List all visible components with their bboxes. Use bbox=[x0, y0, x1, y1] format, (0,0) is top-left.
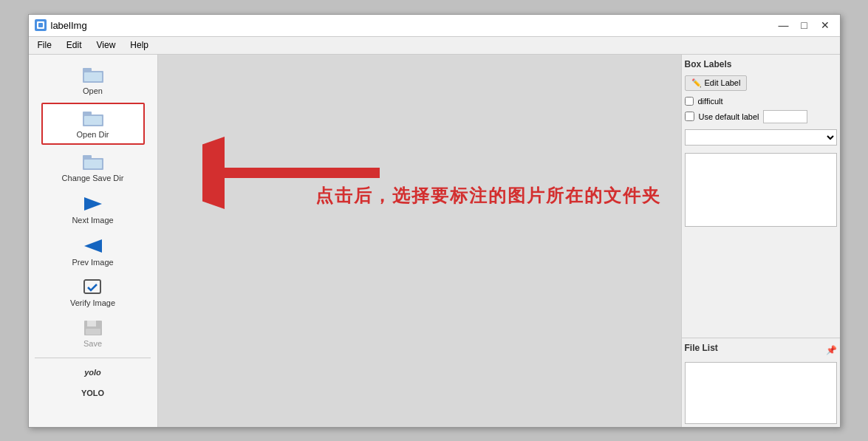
sidebar-divider bbox=[35, 358, 151, 358]
use-default-label-input[interactable] bbox=[763, 110, 807, 123]
difficult-label: difficult bbox=[698, 97, 723, 106]
window-title: labelImg bbox=[51, 20, 87, 31]
box-labels-section: Box Labels ✏️ Edit Label difficult Use d… bbox=[682, 55, 840, 338]
close-button[interactable]: ✕ bbox=[816, 18, 834, 33]
svg-rect-7 bbox=[84, 116, 102, 125]
pencil-icon: ✏️ bbox=[691, 78, 702, 88]
change-save-dir-button[interactable]: Change Save Dir bbox=[41, 148, 145, 187]
verify-image-label: Verify Image bbox=[70, 298, 115, 307]
file-list-area bbox=[685, 362, 837, 424]
open-dir-folder-icon bbox=[81, 109, 105, 130]
file-list-header: File List 📌 bbox=[685, 341, 837, 359]
edit-label-button[interactable]: ✏️ Edit Label bbox=[685, 75, 748, 91]
next-image-icon bbox=[81, 194, 105, 216]
use-default-checkbox[interactable] bbox=[685, 112, 694, 121]
content-area: Open Open Dir bbox=[29, 55, 840, 427]
menu-file[interactable]: File bbox=[35, 38, 55, 52]
svg-rect-15 bbox=[87, 321, 96, 327]
use-default-label-text: Use default label bbox=[699, 112, 759, 121]
title-bar: labelImg — □ ✕ bbox=[29, 15, 840, 37]
use-default-label-row: Use default label bbox=[685, 110, 837, 123]
title-bar-left: labelImg bbox=[35, 19, 87, 31]
save-button[interactable]: Save bbox=[41, 315, 145, 352]
verify-image-button[interactable]: Verify Image bbox=[41, 274, 145, 312]
main-window: labelImg — □ ✕ File Edit View Help bbox=[28, 14, 841, 428]
svg-rect-4 bbox=[84, 72, 102, 81]
file-list-title: File List bbox=[685, 341, 718, 355]
svg-marker-12 bbox=[84, 239, 102, 253]
next-image-label: Next Image bbox=[72, 216, 113, 225]
right-panel: Box Labels ✏️ Edit Label difficult Use d… bbox=[681, 55, 840, 427]
svg-rect-13 bbox=[84, 280, 100, 293]
menu-view[interactable]: View bbox=[94, 38, 119, 52]
yolo-upper-button[interactable]: YOLO bbox=[41, 384, 145, 402]
main-canvas[interactable]: 点击后，选择要标注的图片所在的文件夹 bbox=[158, 55, 681, 427]
box-labels-title: Box Labels bbox=[685, 58, 837, 71]
next-image-button[interactable]: Next Image bbox=[41, 190, 145, 229]
difficult-row: difficult bbox=[685, 97, 837, 106]
open-dir-label: Open Dir bbox=[76, 130, 109, 139]
app-icon bbox=[35, 19, 47, 31]
open-button[interactable]: Open bbox=[41, 61, 145, 100]
label-dropdown[interactable] bbox=[685, 129, 837, 146]
maximize-button[interactable]: □ bbox=[796, 18, 813, 33]
arrow-annotation bbox=[202, 129, 409, 217]
prev-image-icon bbox=[81, 236, 105, 258]
prev-image-label: Prev Image bbox=[72, 258, 113, 267]
menu-edit[interactable]: Edit bbox=[64, 38, 85, 52]
change-save-dir-icon bbox=[81, 152, 105, 174]
sidebar: Open Open Dir bbox=[29, 55, 158, 427]
yolo-lower-button[interactable]: yolo bbox=[41, 363, 145, 381]
change-save-dir-label: Change Save Dir bbox=[62, 174, 124, 182]
pin-icon: 📌 bbox=[826, 345, 837, 355]
open-label: Open bbox=[83, 86, 103, 95]
edit-label-text: Edit Label bbox=[705, 78, 741, 87]
menu-bar: File Edit View Help bbox=[29, 37, 840, 55]
svg-marker-11 bbox=[84, 197, 102, 211]
save-icon bbox=[83, 319, 103, 339]
menu-help[interactable]: Help bbox=[127, 38, 151, 52]
svg-rect-1 bbox=[38, 23, 43, 27]
prev-image-button[interactable]: Prev Image bbox=[41, 232, 145, 271]
yolo-lower-label: yolo bbox=[84, 368, 101, 377]
svg-rect-16 bbox=[86, 329, 100, 335]
save-label: Save bbox=[83, 339, 102, 348]
svg-rect-10 bbox=[84, 160, 102, 168]
open-folder-icon bbox=[81, 65, 105, 86]
svg-rect-6 bbox=[83, 112, 92, 116]
annotation-text: 点击后，选择要标注的图片所在的文件夹 bbox=[315, 184, 661, 208]
verify-image-icon bbox=[83, 278, 103, 298]
yolo-upper-label: YOLO bbox=[81, 389, 104, 397]
minimize-button[interactable]: — bbox=[775, 18, 793, 33]
svg-rect-3 bbox=[83, 68, 92, 72]
svg-rect-9 bbox=[83, 155, 92, 160]
difficult-checkbox[interactable] bbox=[685, 97, 694, 106]
open-dir-button[interactable]: Open Dir bbox=[41, 103, 145, 145]
title-controls: — □ ✕ bbox=[775, 18, 834, 33]
file-list-section: File List 📌 bbox=[682, 338, 840, 427]
labels-list-area bbox=[685, 153, 837, 227]
